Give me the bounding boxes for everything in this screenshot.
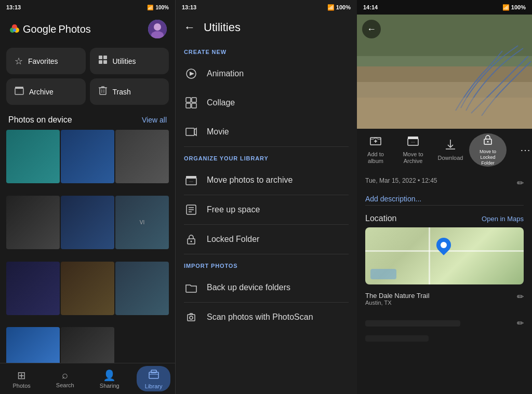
utilities-title: Utilities (204, 21, 241, 34)
search-nav-icon: ⌕ (62, 369, 68, 381)
location-title: Location (365, 214, 397, 223)
move-to-locked-button[interactable]: Move toLockedFolder (469, 133, 507, 167)
svg-rect-20 (149, 372, 158, 378)
svg-rect-27 (186, 103, 191, 108)
svg-rect-11 (103, 60, 107, 64)
bottom-nav: ⊞ Photos ⌕ Search 👤 Sharing Library (0, 363, 175, 394)
status-icons-1: 📶 100% (147, 5, 169, 10)
trash-button[interactable]: Trash (90, 78, 169, 105)
locked-folder-action-icon (482, 134, 494, 148)
detail-photo[interactable]: ← (357, 15, 532, 129)
panel-photo-detail: 14:14 📶 100% (357, 0, 532, 394)
utilities-icon (98, 55, 108, 67)
archive-button[interactable]: Archive (6, 78, 86, 105)
add-description-field[interactable]: Add description... (365, 193, 524, 206)
logo-photos-text: Photos (59, 23, 91, 35)
place-info: The Dale Nature Trail Austin, TX (365, 288, 430, 306)
battery-1: 100% (155, 5, 169, 10)
avatar[interactable] (148, 20, 167, 38)
animation-label: Animation (207, 69, 244, 78)
locked-folder-icon (184, 232, 198, 247)
utilities-header: ← Utilities (176, 15, 357, 40)
svg-point-56 (487, 141, 489, 143)
photos-section-title: Photos on device (8, 115, 72, 125)
photo-thumb-4[interactable] (6, 196, 60, 249)
nav-search[interactable]: ⌕ Search (48, 367, 83, 390)
movie-label: Movie (207, 127, 229, 137)
utilities-back-button[interactable]: ← (184, 21, 195, 34)
create-new-label: CREATE NEW (176, 40, 357, 59)
svg-marker-30 (194, 128, 196, 135)
photos-logo-icon (8, 23, 21, 35)
move-to-archive-item[interactable]: Move photos to archive (176, 166, 357, 195)
action-bar: Add toalbum Move toArchive Download (357, 129, 532, 171)
quick-links-grid: ☆ Favorites Utilities (0, 44, 175, 109)
photo-thumb-5[interactable] (61, 196, 114, 249)
place-row: The Dale Nature Trail Austin, TX ✏ (365, 284, 524, 309)
status-icons-3: 📶 100% (502, 4, 526, 11)
map-road-v (429, 227, 430, 284)
map-thumbnail[interactable] (365, 227, 524, 284)
edit-extra-1[interactable]: ✏ (517, 318, 524, 328)
favorites-button[interactable]: ☆ Favorites (6, 48, 86, 74)
status-bar-1: 13:13 📶 100% (0, 0, 175, 15)
locked-folder-item[interactable]: Locked Folder (176, 225, 357, 254)
photos-nav-label: Photos (13, 383, 31, 389)
animation-item[interactable]: Animation (176, 59, 357, 88)
place-addr: Austin, TX (365, 300, 430, 306)
photo-thumb-9[interactable] (115, 262, 169, 315)
photo-thumb-2[interactable] (61, 130, 114, 183)
photos-header: Google Photos (0, 15, 175, 44)
battery-3: 100% (511, 4, 526, 10)
nav-photos[interactable]: ⊞ Photos (5, 367, 39, 391)
photo-thumb-8[interactable] (61, 262, 114, 315)
scan-photos-item[interactable]: Scan photos with PhotoScan (176, 303, 357, 332)
edit-date-button[interactable]: ✏ (517, 178, 524, 188)
svg-point-39 (191, 241, 192, 242)
location-section: Location Open in Maps The Dale Nature Tr… (365, 214, 524, 309)
move-to-archive-action-label: Move toArchive (403, 151, 423, 165)
photo-thumb-7[interactable] (6, 262, 60, 315)
scan-photos-icon (184, 310, 198, 324)
collage-item[interactable]: Collage (176, 88, 357, 117)
move-to-archive-action-icon (407, 135, 419, 149)
import-photos-label: IMPORT PHOTOS (176, 254, 357, 273)
place-name: The Dale Nature Trail (365, 292, 430, 300)
view-all-link[interactable]: View all (142, 116, 167, 124)
add-to-album-label: Add toalbum (367, 151, 384, 165)
open-in-maps-link[interactable]: Open in Maps (482, 215, 524, 223)
more-options-button[interactable]: ⋯ (507, 140, 532, 160)
detail-back-button[interactable]: ← (362, 20, 381, 38)
status-icons-2: 📶 100% (327, 4, 351, 11)
trash-label: Trash (113, 88, 131, 96)
download-button[interactable]: Download (432, 134, 469, 166)
add-to-album-button[interactable]: Add toalbum (357, 131, 394, 169)
avatar-image (148, 20, 167, 38)
nav-library[interactable]: Library (137, 366, 171, 391)
photo-background (357, 15, 532, 129)
utilities-button[interactable]: Utilities (90, 48, 169, 74)
photo-thumb-3[interactable] (115, 130, 169, 183)
time-2: 13:13 (182, 4, 196, 10)
extra-detail-row-1: ✏ (365, 315, 524, 331)
photo-thumb-1[interactable] (6, 130, 60, 183)
backup-folders-item[interactable]: Back up device folders (176, 273, 357, 302)
svg-rect-9 (103, 56, 107, 59)
map-water-shape (370, 269, 396, 279)
edit-location-button[interactable]: ✏ (517, 292, 524, 302)
move-to-archive-label: Move photos to archive (207, 175, 292, 185)
map-marker (433, 235, 454, 256)
battery-2: 100% (336, 4, 351, 10)
blurred-detail-1 (365, 320, 460, 327)
animation-icon (184, 66, 198, 81)
location-header: Location Open in Maps (365, 214, 524, 223)
utilities-label: Utilities (113, 57, 136, 65)
trash-icon (98, 86, 108, 98)
photo-svg (357, 15, 532, 129)
nav-sharing[interactable]: 👤 Sharing (91, 367, 128, 391)
collage-icon (184, 96, 198, 110)
photo-thumb-6[interactable]: VI (115, 196, 169, 249)
movie-item[interactable]: Movie (176, 117, 357, 146)
free-up-space-item[interactable]: Free up space (176, 195, 357, 224)
move-to-archive-button[interactable]: Move toArchive (394, 131, 432, 169)
